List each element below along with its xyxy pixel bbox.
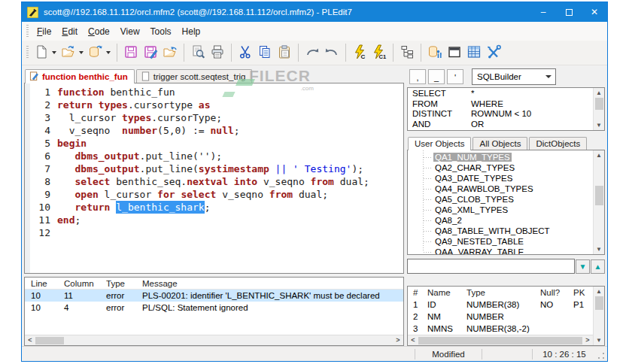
minimize-button[interactable]: – <box>530 2 556 22</box>
open-file-button[interactable] <box>59 43 78 62</box>
columns-horizontal-scrollbar[interactable]: < > <box>408 335 593 345</box>
error-horizontal-scrollbar[interactable]: < > <box>25 335 403 345</box>
close-button[interactable]: ✕ <box>582 2 607 22</box>
error-row[interactable]: 104errorPL/SQL: Statement ignored <box>25 302 403 314</box>
tree-view-button[interactable] <box>397 43 417 62</box>
tree-item[interactable]: QA8_2 <box>408 215 593 226</box>
tree-item[interactable]: QA3_DATE_TYPES <box>408 173 593 184</box>
search-down-button[interactable]: ▼ <box>576 259 590 274</box>
tree-item[interactable]: QA1_NUM_TYPES <box>408 152 593 162</box>
maximize-button[interactable] <box>556 2 582 22</box>
tree-item[interactable]: QA9_NESTED_TABLE <box>408 236 593 247</box>
editor-tab[interactable]: function benthic_fun <box>25 69 135 83</box>
table-row[interactable]: 2NMNUMBER <box>408 311 593 323</box>
tree-item[interactable]: QA5_CLOB_TYPES <box>408 194 593 205</box>
code-line[interactable]: 3 l_cursor types.cursorType; <box>30 111 403 124</box>
object-tree[interactable]: QA1_NUM_TYPESQA2_CHAR_TYPESQA3_DATE_TYPE… <box>408 150 593 254</box>
new-file-button[interactable] <box>32 43 51 62</box>
scroll-down-icon[interactable]: ▼ <box>596 244 602 254</box>
tree-item[interactable]: QAA_VARRAY_TABLE <box>408 247 593 254</box>
chevron-down-icon[interactable] <box>52 51 56 54</box>
chevron-down-icon[interactable] <box>106 51 111 54</box>
scrollbar-thumb[interactable] <box>35 337 64 344</box>
code-line[interactable]: 5begin <box>30 137 403 150</box>
cut-button[interactable] <box>235 43 255 62</box>
tree-item[interactable]: QA6_XML_TYPES <box>408 205 593 215</box>
code-line[interactable]: 2return types.cursortype as <box>30 99 403 111</box>
code-line[interactable]: 10 return l_benthic_shark; <box>30 201 403 214</box>
compile-button[interactable]: C <box>350 43 369 62</box>
print-preview-button[interactable] <box>188 43 208 62</box>
tree-item[interactable]: QA2_CHAR_TYPES <box>408 162 593 173</box>
compile-single-button[interactable]: C1 <box>369 43 389 62</box>
scroll-left-icon[interactable]: < <box>408 335 418 345</box>
sql-keyword-row[interactable]: ANDOR <box>408 120 593 130</box>
menu-help[interactable]: Help <box>177 24 206 39</box>
print-button[interactable] <box>208 43 227 62</box>
scroll-up-icon[interactable]: ▲ <box>596 287 602 296</box>
code-line[interactable]: 6 dbms_output.put_line(''); <box>30 150 403 162</box>
scrollbar-thumb[interactable] <box>595 296 603 310</box>
tree-item[interactable]: QA4_RAWBLOB_TYPES <box>408 184 593 194</box>
quick-insert-button-2[interactable]: ' <box>447 69 463 84</box>
table-row[interactable]: 1IDNUMBER(38)NOP1 <box>408 299 593 311</box>
code-editor[interactable]: 1function benthic_fun2return types.curso… <box>24 83 404 274</box>
sql-keyword-row[interactable]: DISTINCTROWNUM < 10 <box>408 109 593 120</box>
table-row[interactable]: 3NMNSNUMBER(38,-2) <box>408 323 593 335</box>
menu-tools[interactable]: Tools <box>145 24 177 39</box>
editor-tab[interactable]: trigger scott.seqtest_trig <box>136 69 253 83</box>
sql-builder-combobox[interactable]: SQLBuilder <box>472 68 556 85</box>
tools-button[interactable] <box>484 43 503 62</box>
data-grid-button[interactable] <box>464 43 484 62</box>
menu-file[interactable]: File <box>32 24 56 39</box>
redo-button[interactable] <box>302 43 322 62</box>
quick-insert-button-0[interactable]: , <box>409 69 426 84</box>
sql-keyword-row[interactable]: FROMWHERE <box>408 99 593 110</box>
revert-file-button[interactable] <box>160 43 180 62</box>
scroll-right-icon[interactable]: > <box>582 335 593 345</box>
code-line[interactable]: 1function benthic_fun <box>30 86 403 99</box>
code-line[interactable]: 7 dbms_output.put_line(systimestamp || '… <box>30 162 403 175</box>
paste-button[interactable] <box>275 43 294 62</box>
scrollbar-thumb[interactable] <box>595 98 603 110</box>
scroll-up-icon[interactable]: ▲ <box>596 150 602 160</box>
code-line[interactable]: 12 <box>30 226 403 239</box>
save-as-button[interactable] <box>141 43 160 62</box>
db-tools-button[interactable] <box>425 43 445 62</box>
scrollbar-thumb[interactable] <box>595 186 603 205</box>
resize-grip[interactable] <box>596 351 606 361</box>
scroll-right-icon[interactable]: > <box>393 335 403 345</box>
columns-scrollbar[interactable]: ▲ ▼ <box>593 287 604 345</box>
scrollbar-thumb[interactable] <box>418 337 582 344</box>
code-line[interactable]: 9 open l_cursor for select v_seqno from … <box>30 188 403 201</box>
tree-scrollbar[interactable]: ▲ ▼ <box>593 150 604 254</box>
save-button[interactable] <box>121 43 141 62</box>
scroll-down-icon[interactable]: ▼ <box>596 120 602 130</box>
chevron-down-icon[interactable] <box>79 51 84 54</box>
tab-dictobjects[interactable]: DictObjects <box>529 137 587 150</box>
tree-item[interactable]: QA8_TABLE_WITH_OBJECT <box>408 226 593 236</box>
quick-insert-button-1[interactable]: _ <box>428 69 445 84</box>
code-line[interactable]: 8 select benthic_seq.nextval into v_seqn… <box>30 175 403 188</box>
tab-user-objects[interactable]: User Objects <box>408 137 471 150</box>
scroll-down-icon[interactable]: ▼ <box>596 335 602 345</box>
menu-code[interactable]: Code <box>83 24 115 39</box>
sql-keyword-row[interactable]: SELECT* <box>408 89 593 99</box>
code-area[interactable]: 1function benthic_fun2return types.curso… <box>30 83 403 273</box>
code-line[interactable]: 11end; <box>30 214 403 226</box>
chevron-down-icon[interactable] <box>542 75 555 78</box>
search-up-button[interactable]: ▲ <box>591 259 605 274</box>
copy-button[interactable] <box>255 43 275 62</box>
tab-all-objects[interactable]: All Objects <box>473 137 527 150</box>
code-line[interactable]: 4 v_seqno number(5,0) := null; <box>30 124 403 137</box>
object-search-input[interactable] <box>407 259 575 274</box>
open-database-button[interactable] <box>86 43 105 62</box>
scroll-up-icon[interactable]: ▲ <box>596 88 602 98</box>
scroll-left-icon[interactable]: < <box>25 335 35 345</box>
undo-button[interactable] <box>322 43 342 62</box>
menu-edit[interactable]: Edit <box>56 24 83 39</box>
error-row[interactable]: 1011errorPLS-00201: identifier 'L_BENTHI… <box>25 290 403 302</box>
sql-list-scrollbar[interactable]: ▲ ▼ <box>593 88 604 130</box>
menu-view[interactable]: View <box>115 24 145 39</box>
window-panel-button[interactable] <box>445 43 464 62</box>
